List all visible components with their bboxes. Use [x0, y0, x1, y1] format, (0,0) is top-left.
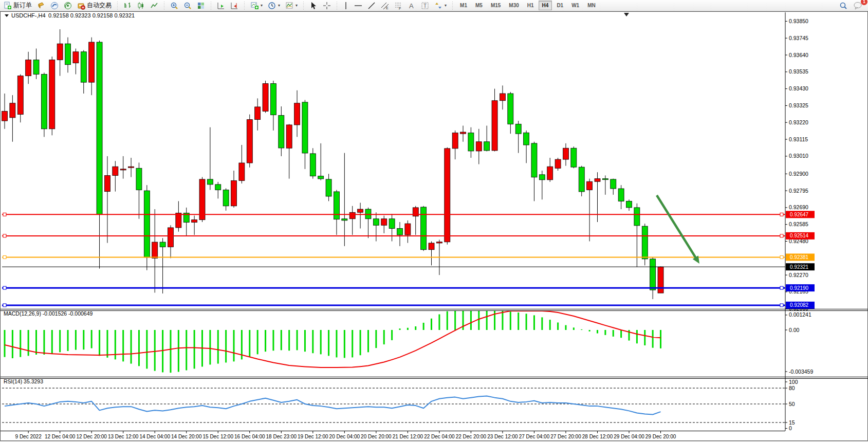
tab-timeframe-D1[interactable]: D1 — [553, 1, 567, 10]
candle-body — [500, 94, 505, 101]
hline-handle[interactable] — [780, 286, 783, 289]
notifications-button[interactable]: 1 — [851, 0, 865, 11]
text-button[interactable]: A — [405, 0, 418, 11]
new-chart-icon — [250, 2, 258, 10]
terminal-button[interactable] — [48, 0, 61, 11]
candle-body — [49, 60, 55, 128]
tab-timeframe-H4[interactable]: H4 — [539, 1, 552, 10]
candle-body — [192, 220, 197, 223]
candle-body — [358, 209, 363, 212]
zoom-out-button[interactable] — [181, 0, 194, 11]
hline-handle[interactable] — [3, 286, 6, 289]
vertical-line-button[interactable] — [340, 0, 352, 11]
new-order-button[interactable]: 新订单 — [1, 0, 34, 11]
candle-body — [279, 116, 284, 148]
hline-handle[interactable] — [780, 304, 783, 307]
candle-body — [492, 101, 497, 151]
candle-body — [128, 167, 134, 168]
rsi-axis-label: 15 — [789, 419, 795, 426]
price-tag-label: 0.92321 — [790, 264, 809, 270]
candle-body — [17, 76, 23, 115]
fibonacci-button[interactable]: F — [392, 0, 405, 11]
auto-scroll-icon — [217, 2, 225, 10]
horizontal-line-button[interactable] — [352, 0, 365, 11]
candle-body — [342, 219, 347, 220]
rsi-axis-label: 0 — [789, 425, 792, 431]
candle-body — [231, 180, 237, 206]
indicators-button[interactable]: ▾ — [283, 0, 300, 11]
time-axis[interactable]: 9 Dec 202212 Dec 04:0012 Dec 20:0013 Dec… — [15, 431, 676, 439]
price-axis-label: 0.93115 — [789, 136, 808, 142]
svg-text:A: A — [409, 2, 414, 10]
chart-window: 0.938500.937450.936400.935350.934300.933… — [0, 11, 868, 441]
candle-body — [334, 192, 339, 219]
candle-body — [531, 143, 537, 177]
hline-handle[interactable] — [780, 213, 783, 216]
candle-body — [539, 175, 545, 180]
auto-scroll-button[interactable] — [214, 0, 228, 11]
candle-body — [634, 208, 640, 226]
candle-body — [508, 94, 513, 124]
line-chart-button[interactable] — [147, 0, 161, 11]
price-axis-label: 0.93535 — [789, 68, 808, 75]
hline-handle[interactable] — [3, 213, 6, 216]
text-label-button[interactable]: T — [418, 0, 432, 11]
tab-timeframe-H1[interactable]: H1 — [524, 1, 538, 10]
candle-body — [136, 168, 142, 190]
zoom-in-button[interactable] — [168, 0, 181, 11]
fibonacci-icon: F — [394, 2, 402, 10]
trendline-button[interactable] — [365, 0, 378, 11]
tab-timeframe-M15[interactable]: M15 — [487, 1, 504, 10]
candle-body — [215, 185, 221, 190]
hline-handle[interactable] — [780, 255, 783, 259]
candle-body — [373, 219, 379, 226]
candle-body — [199, 179, 205, 220]
candle-body — [302, 102, 308, 153]
candle-body — [270, 84, 276, 115]
time-axis-label: 19 Dec 12:00 — [298, 434, 328, 439]
autotrading-label: 自动交易 — [87, 1, 112, 10]
candlestick-chart-button[interactable] — [134, 0, 147, 11]
candle-body — [405, 224, 411, 235]
crosshair-button[interactable] — [320, 0, 334, 11]
text-icon: A — [408, 2, 416, 10]
candle-body — [113, 167, 118, 175]
market-watch-button[interactable] — [34, 0, 48, 11]
periods-button[interactable]: ▾ — [265, 0, 283, 11]
tab-timeframe-MN[interactable]: MN — [584, 1, 599, 10]
candle-body — [515, 124, 521, 134]
search-button[interactable] — [836, 0, 851, 11]
tab-timeframe-M5[interactable]: M5 — [472, 1, 486, 10]
toolbar-separator — [210, 2, 212, 10]
candle-body — [571, 148, 577, 167]
shapes-button[interactable]: ▾ — [432, 0, 449, 11]
chart-shift-button[interactable] — [228, 0, 241, 11]
candle-body — [618, 189, 624, 201]
hline-handle[interactable] — [3, 304, 6, 307]
autotrading-button[interactable]: 自动交易 — [75, 0, 114, 11]
chart-shift-icon — [230, 2, 238, 10]
candle-body — [41, 75, 47, 129]
hline-handle[interactable] — [3, 234, 6, 237]
tab-timeframe-W1[interactable]: W1 — [568, 1, 583, 10]
candle-body — [563, 148, 568, 159]
time-axis-label: 22 Dec 20:00 — [456, 434, 487, 439]
cursor-button[interactable] — [307, 0, 320, 11]
channel-button[interactable]: E — [378, 0, 392, 11]
candle-body — [120, 169, 126, 170]
new-chart-button[interactable]: ▾ — [248, 0, 265, 11]
tab-timeframe-M1[interactable]: M1 — [456, 1, 471, 10]
candle-body — [460, 132, 466, 134]
hline-handle[interactable] — [3, 255, 6, 259]
signals-button[interactable] — [61, 0, 75, 11]
time-axis-label: 12 Dec 20:00 — [76, 434, 107, 439]
toolbar-separator — [243, 2, 246, 10]
candle-body — [65, 44, 71, 65]
candle-body — [89, 42, 95, 82]
tile-windows-button[interactable] — [194, 0, 208, 11]
bar-chart-button[interactable] — [121, 0, 134, 11]
candle-body — [484, 142, 490, 151]
hline-handle[interactable] — [780, 234, 783, 237]
tab-timeframe-M30[interactable]: M30 — [505, 1, 522, 10]
toolbar-group-chart-type — [120, 0, 162, 11]
